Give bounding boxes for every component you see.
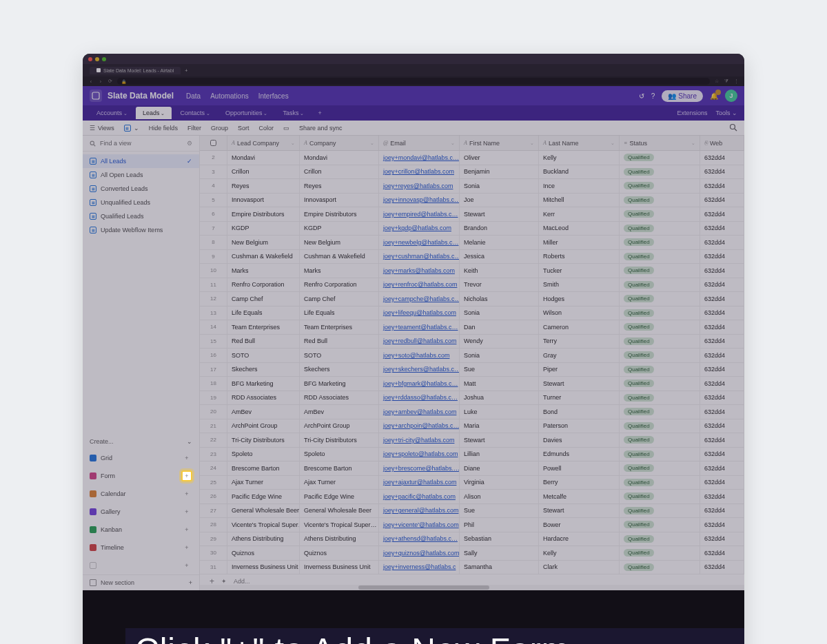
table-row[interactable]: 2MondaviMondavijoey+mondavi@hatlabs.c…Ol…: [200, 151, 744, 165]
cell-email[interactable]: joey+vicente'@hatlabs.com: [379, 518, 460, 532]
cell-status[interactable]: Qualified: [620, 391, 700, 405]
cell-lead-company[interactable]: Tri-City Distributors: [227, 433, 300, 447]
column-header-web[interactable]: ⎘Web: [700, 136, 744, 150]
views-toggle[interactable]: ☰ Views: [90, 125, 114, 132]
cell-email[interactable]: joey+cushman@hatlabs.c…: [379, 250, 460, 264]
create-view-gallery[interactable]: Gallery+: [83, 503, 199, 521]
cell-email[interactable]: joey+quiznos@hatlabs.com: [379, 546, 460, 560]
cell-last-name[interactable]: Bower: [539, 518, 620, 532]
cell-status[interactable]: Qualified: [620, 448, 700, 461]
cell-last-name[interactable]: Clark: [539, 561, 620, 574]
cell-company[interactable]: Mondavi: [300, 151, 379, 165]
cell-last-name[interactable]: Kelly: [539, 151, 620, 165]
cell-lead-company[interactable]: Innovasport: [227, 194, 300, 207]
cell-last-name[interactable]: Cameron: [539, 320, 620, 334]
cell-lead-company[interactable]: Team Enterprises: [227, 320, 300, 334]
cell-web[interactable]: 632dd4: [700, 236, 744, 249]
view-search-input[interactable]: [100, 140, 183, 147]
share-sync-button[interactable]: Share and sync: [299, 125, 343, 132]
cell-web[interactable]: 632dd4: [700, 476, 744, 490]
cell-lead-company[interactable]: Renfro Corporation: [227, 278, 300, 292]
header-tab-data[interactable]: Data: [186, 92, 201, 100]
cell-company[interactable]: Quiznos: [300, 546, 379, 560]
header-tab-automations[interactable]: Automations: [210, 92, 249, 100]
cell-first-name[interactable]: Sally: [460, 546, 539, 560]
cell-email[interactable]: joey+brescome@hatlabs.…: [379, 461, 460, 475]
cell-last-name[interactable]: Terry: [539, 335, 620, 349]
cell-status[interactable]: Qualified: [620, 546, 700, 560]
cell-web[interactable]: 632dd4: [700, 292, 744, 306]
cell-first-name[interactable]: Sue: [460, 363, 539, 377]
cell-lead-company[interactable]: Pacific Edge Wine: [227, 490, 300, 503]
cell-last-name[interactable]: Metcalfe: [539, 490, 620, 503]
table-row[interactable]: 18BFG MarketingBFG Marketingjoey+bfgmark…: [200, 377, 744, 391]
cell-first-name[interactable]: Jessica: [460, 250, 539, 264]
cell-lead-company[interactable]: Mondavi: [227, 151, 300, 165]
cell-company[interactable]: Renfro Corporation: [300, 278, 379, 292]
cell-web[interactable]: 632dd4: [700, 320, 744, 334]
cell-last-name[interactable]: Tucker: [539, 264, 620, 278]
cell-first-name[interactable]: Phil: [460, 518, 539, 532]
cell-email[interactable]: joey+crillon@hatlabs.com: [379, 165, 460, 179]
create-view-calendar[interactable]: Calendar+: [83, 485, 199, 503]
cell-status[interactable]: Qualified: [620, 349, 700, 362]
cell-lead-company[interactable]: AmBev: [227, 405, 300, 419]
cell-email[interactable]: joey+campche@hatlabs.c…: [379, 292, 460, 306]
cell-web[interactable]: 632dd4: [700, 165, 744, 179]
cell-first-name[interactable]: Joe: [460, 194, 539, 207]
cell-status[interactable]: Qualified: [620, 250, 700, 264]
cell-status[interactable]: Qualified: [620, 461, 700, 475]
table-row[interactable]: 3CrillonCrillonjoey+crillon@hatlabs.comB…: [200, 165, 744, 180]
cell-first-name[interactable]: Sue: [460, 504, 539, 518]
cell-email[interactable]: joey+spoleto@hatlabs.com: [379, 448, 460, 461]
horizontal-scrollbar[interactable]: [200, 585, 744, 590]
grid-view-button[interactable]: ▦ ⌄: [124, 125, 139, 132]
cell-lead-company[interactable]: SOTO: [227, 349, 300, 362]
cell-status[interactable]: Qualified: [620, 207, 700, 221]
column-header-last-name[interactable]: ALast Name⌄: [539, 136, 620, 150]
maximize-icon[interactable]: [102, 57, 106, 61]
cell-lead-company[interactable]: Vicente's Tropical Super…: [227, 518, 300, 532]
cell-lead-company[interactable]: Marks: [227, 264, 300, 278]
create-view-blank[interactable]: +: [83, 557, 199, 574]
table-row[interactable]: 28Vicente's Tropical Super…Vicente's Tro…: [200, 518, 744, 532]
cell-company[interactable]: Athens Distributing: [300, 532, 379, 546]
new-section-button[interactable]: New section +: [83, 574, 199, 590]
cell-lead-company[interactable]: Ajax Turner: [227, 476, 300, 490]
cell-status[interactable]: Qualified: [620, 165, 700, 179]
cell-lead-company[interactable]: Quiznos: [227, 546, 300, 560]
cell-first-name[interactable]: Sonia: [460, 349, 539, 362]
cell-last-name[interactable]: Turner: [539, 391, 620, 405]
cell-web[interactable]: 632dd4: [700, 307, 744, 320]
table-row[interactable]: 22Tri-City DistributorsTri-City Distribu…: [200, 433, 744, 448]
cell-email[interactable]: joey+ajaxtur@hatlabs.com: [379, 476, 460, 490]
create-view-kanban[interactable]: Kanban+: [83, 521, 199, 539]
cell-status[interactable]: Qualified: [620, 194, 700, 207]
table-row[interactable]: 21ArchPoint GroupArchPoint Groupjoey+arc…: [200, 419, 744, 434]
cell-web[interactable]: 632dd4: [700, 419, 744, 433]
cell-company[interactable]: Crillon: [300, 165, 379, 179]
cell-last-name[interactable]: Hardacre: [539, 532, 620, 546]
cell-last-name[interactable]: Davies: [539, 433, 620, 447]
cell-first-name[interactable]: Matt: [460, 377, 539, 391]
cell-web[interactable]: 632dd4: [700, 194, 744, 207]
cell-company[interactable]: Inverness Business Unit: [300, 561, 379, 574]
cell-last-name[interactable]: Kelly: [539, 546, 620, 560]
create-view-timeline[interactable]: Timeline+: [83, 539, 199, 557]
sidebar-view-item[interactable]: ▦All Open Leads: [83, 168, 199, 182]
table-row[interactable]: 11Renfro CorporationRenfro Corporationjo…: [200, 278, 744, 293]
cell-last-name[interactable]: Kerr: [539, 207, 620, 221]
reload-icon[interactable]: ⟳: [108, 79, 113, 84]
column-header-lead-company[interactable]: ALead Company⌄: [227, 136, 300, 150]
cell-email[interactable]: joey+inverness@hatlabs.c: [379, 561, 460, 574]
cell-web[interactable]: 632dd4: [700, 433, 744, 447]
table-row[interactable]: 25Ajax TurnerAjax Turnerjoey+ajaxtur@hat…: [200, 476, 744, 490]
cell-status[interactable]: Qualified: [620, 504, 700, 518]
cell-email[interactable]: joey+marks@hatlabs.com: [379, 264, 460, 278]
history-icon[interactable]: ↺: [639, 92, 644, 100]
cell-company[interactable]: Camp Chef: [300, 292, 379, 306]
cell-first-name[interactable]: Sonia: [460, 307, 539, 320]
add-view-plus-button[interactable]: +: [181, 453, 192, 464]
cell-company[interactable]: General Wholesale Beer: [300, 504, 379, 518]
cell-status[interactable]: Qualified: [620, 405, 700, 419]
